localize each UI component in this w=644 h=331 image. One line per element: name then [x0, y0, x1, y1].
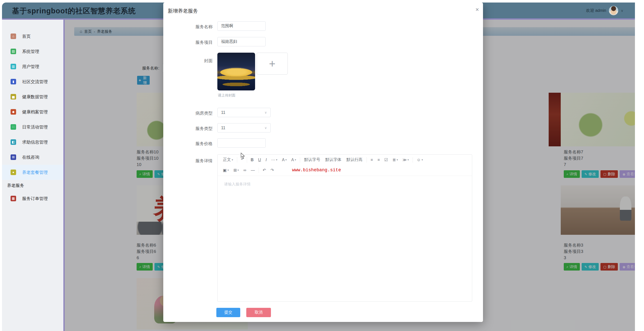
service-name-input[interactable] — [217, 21, 266, 31]
system-icon: ▤ — [11, 49, 16, 54]
bold-icon[interactable]: B — [249, 158, 256, 162]
sidebar: ⌂ 首页 ▤ 系统管理 ▥ 用户管理 ▮ 社区交流管理 ▅ 健康数据管理 ◆ 健… — [2, 20, 63, 331]
caret-icon: ▾ — [295, 158, 296, 161]
community-icon: ▮ — [11, 79, 16, 84]
submit-button[interactable]: 提交 — [216, 308, 240, 317]
sidebar-item-health-data[interactable]: ▅ 健康数据管理 — [2, 89, 63, 104]
sidebar-item-label: 日常活动管理 — [22, 124, 48, 130]
close-icon[interactable]: × — [475, 7, 479, 13]
watermark-text: www.bishebang.site — [292, 168, 341, 173]
cancel-button[interactable]: 取消 — [246, 308, 271, 317]
cover-hint: 请上传封面 — [218, 93, 235, 98]
line-height-button[interactable]: 默认行高 — [344, 157, 365, 162]
undo-icon[interactable]: ↶ — [260, 168, 268, 173]
sidebar-item-home[interactable]: ⌂ 首页 — [2, 29, 63, 44]
service-project-input[interactable] — [217, 37, 266, 46]
app-window: 基于springboot的社区智慧养老系统 欢迎 admin ∨ ⌂ 首页 ▤ … — [2, 3, 635, 331]
more-styles-button[interactable]: ⋯▾ — [269, 157, 280, 162]
avatar[interactable] — [609, 6, 618, 15]
sidebar-item-label: 健康数据管理 — [22, 94, 48, 100]
sidebar-item-label: 系统管理 — [22, 49, 39, 54]
users-icon: ▥ — [11, 64, 16, 69]
editor-toolbar-row2: ▣▾ ⊞▾ ∞ — ↶ ↷ www.bishebang.site — [218, 165, 472, 175]
sidebar-item-community[interactable]: ▮ 社区交流管理 — [2, 74, 63, 89]
service-type-label: 服务类型 — [178, 126, 213, 131]
underline-icon[interactable]: U — [256, 158, 263, 162]
caret-icon: ▾ — [227, 169, 229, 172]
chevron-down-icon: ∨ — [264, 126, 267, 130]
bullet-list-icon[interactable]: ≡ — [368, 158, 375, 162]
service-detail-label: 服务详情 — [178, 158, 213, 164]
health-data-icon: ▅ — [11, 94, 16, 100]
service-project-label: 服务项目 — [178, 40, 213, 45]
caret-icon: ▾ — [232, 158, 233, 161]
plus-icon: + — [269, 58, 275, 69]
sidebar-item-label: 在线咨询 — [22, 154, 39, 160]
sidebar-item-label: 养老套餐管理 — [22, 170, 48, 175]
service-price-label: 服务价格 — [178, 141, 213, 147]
ward-type-select[interactable]: 11 ∨ — [217, 108, 271, 117]
ward-type-value: 11 — [221, 110, 225, 115]
italic-icon[interactable]: I — [263, 158, 269, 162]
sidebar-item-users[interactable]: ▥ 用户管理 — [2, 59, 63, 74]
service-price-input[interactable] — [217, 138, 266, 148]
add-service-dialog: 新增养老服务 × 服务名称 服务项目 封面 + 请上传封面 病房类型 11 ∨ … — [163, 3, 483, 322]
font-family-button[interactable]: 默认字体 — [323, 157, 344, 162]
sidebar-item-label: 首页 — [22, 34, 31, 39]
chevron-down-icon[interactable]: ∨ — [621, 9, 623, 13]
sidebar-item-label: 求助信息管理 — [22, 139, 48, 145]
cover-thumbnail[interactable] — [217, 53, 255, 90]
ward-type-label: 病房类型 — [178, 110, 213, 116]
sidebar-item-service-orders[interactable]: ▦ 服务订单管理 — [2, 191, 63, 206]
todo-list-icon[interactable]: ☑ — [382, 157, 390, 162]
align-button[interactable]: ≣▾ — [390, 157, 400, 162]
redo-icon[interactable]: ↷ — [268, 168, 276, 173]
caret-icon: ▾ — [422, 158, 423, 161]
upload-cover-button[interactable]: + — [257, 53, 288, 75]
sidebar-item-care-package[interactable]: ● 养老套餐管理 — [2, 165, 63, 180]
care-package-icon: ● — [11, 170, 16, 175]
sidebar-item-system[interactable]: ▤ 系统管理 — [2, 44, 63, 59]
emoji-button[interactable]: ☺▾ — [414, 158, 425, 162]
service-type-select[interactable]: 11 ∨ — [217, 123, 271, 133]
sidebar-item-help-info[interactable]: ◧ 求助信息管理 — [2, 135, 63, 150]
illustration-detail — [220, 67, 252, 77]
sidebar-item-online-consult[interactable]: ⊞ 在线咨询 — [2, 150, 63, 165]
indent-button[interactable]: ≫▾ — [400, 157, 411, 162]
caret-icon: ▾ — [237, 169, 239, 172]
home-icon: ⌂ — [11, 34, 16, 39]
link-icon[interactable]: ∞ — [241, 168, 249, 173]
user-menu[interactable]: 欢迎 admin ∨ — [586, 6, 623, 15]
service-type-value: 11 — [221, 126, 225, 130]
editor-placeholder: 请输入服务详情 — [224, 182, 251, 187]
caret-icon: ▾ — [276, 158, 277, 161]
quote-icon[interactable]: “ — [239, 158, 245, 162]
service-name-label: 服务名称 — [178, 24, 213, 30]
font-size-button[interactable]: 默认字号 — [302, 157, 323, 162]
dialog-title: 新增养老服务 — [168, 8, 198, 14]
editor-content-area[interactable]: 请输入服务详情 — [218, 176, 472, 301]
editor-toolbar-row1: 正文▾ “ B U I ⋯▾ A▾ A▾ 默认字号 默认字体 默认行高 ≡ ≡ … — [218, 155, 472, 165]
help-info-icon: ◧ — [11, 139, 16, 145]
online-consult-icon: ⊞ — [11, 154, 16, 160]
cover-label: 封面 — [178, 58, 213, 64]
font-color-button[interactable]: A▾ — [280, 158, 289, 162]
sidebar-item-activity[interactable]: ∷ 日常活动管理 — [2, 119, 63, 135]
horizontal-rule-icon[interactable]: — — [249, 168, 257, 173]
order-icon: ▦ — [11, 196, 16, 201]
insert-table-button[interactable]: ⊞▾ — [231, 168, 241, 173]
ordered-list-icon[interactable]: ≡ — [375, 158, 382, 162]
paragraph-format-button[interactable]: 正文▾ — [221, 157, 235, 162]
insert-image-button[interactable]: ▣▾ — [221, 168, 231, 173]
sidebar-item-label: 社区交流管理 — [22, 79, 48, 85]
bg-color-button[interactable]: A▾ — [289, 158, 298, 162]
sidebar-item-label: 用户管理 — [22, 64, 39, 70]
sidebar-section-care-service: 养老服务 — [2, 180, 63, 191]
sidebar-item-label: 健康档案管理 — [22, 109, 48, 115]
welcome-text: 欢迎 admin — [586, 8, 606, 13]
activity-icon: ∷ — [11, 124, 16, 130]
caret-icon: ▾ — [396, 158, 398, 161]
caret-icon: ▾ — [408, 158, 409, 161]
chevron-down-icon: ∨ — [264, 111, 267, 114]
sidebar-item-health-archive[interactable]: ◆ 健康档案管理 — [2, 104, 63, 119]
